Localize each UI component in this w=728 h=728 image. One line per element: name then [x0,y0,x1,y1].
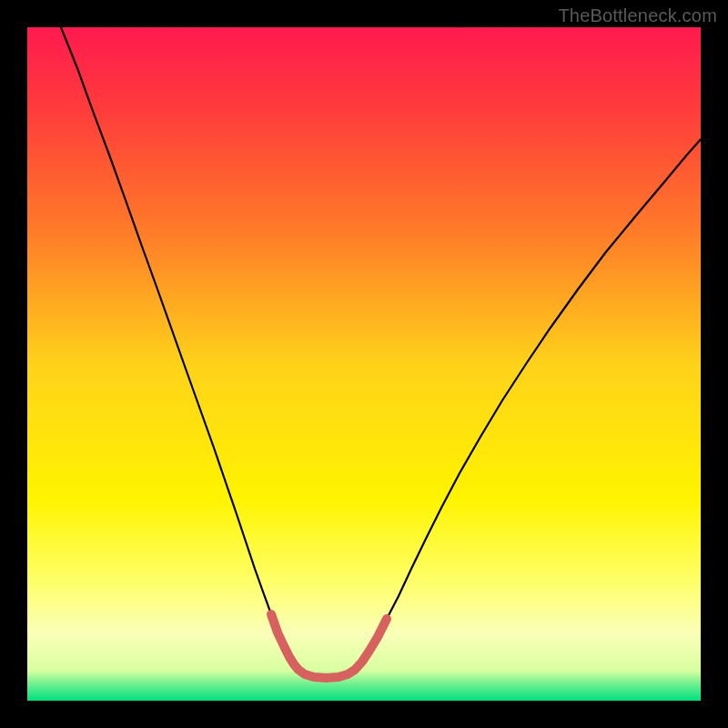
watermark-text: TheBottleneck.com [558,5,717,26]
chart-canvas [27,27,701,701]
chart-frame [27,27,701,701]
gradient-background [27,27,701,701]
